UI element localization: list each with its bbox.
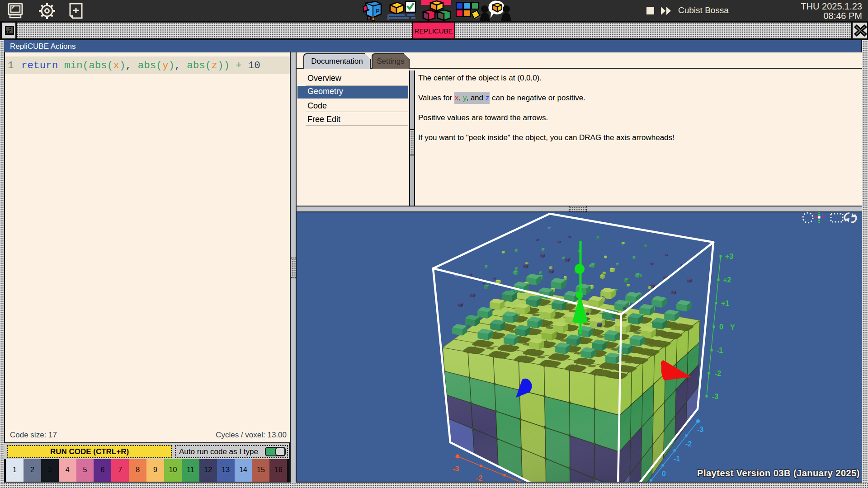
svg-text:+2: +2 bbox=[723, 276, 731, 284]
svg-text:+3: +3 bbox=[725, 253, 733, 260]
svg-text:-3: -3 bbox=[712, 393, 718, 400]
svg-text:-2: -2 bbox=[715, 370, 721, 377]
svg-text:-2: -2 bbox=[476, 474, 482, 482]
svg-text:-1: -1 bbox=[674, 455, 680, 463]
svg-text:-1: -1 bbox=[717, 347, 723, 354]
svg-text:-3: -3 bbox=[453, 465, 459, 473]
svg-text:-2: -2 bbox=[685, 440, 692, 448]
svg-text:Playtest Version 03B (January: Playtest Version 03B (January 2025) bbox=[697, 468, 860, 478]
svg-text:0: 0 bbox=[662, 470, 666, 478]
svg-text:0: 0 bbox=[719, 323, 723, 331]
svg-text:Y: Y bbox=[730, 324, 735, 331]
svg-text:P: P bbox=[376, 8, 380, 14]
svg-text:+1: +1 bbox=[721, 300, 729, 307]
svg-text:-3: -3 bbox=[697, 426, 703, 433]
